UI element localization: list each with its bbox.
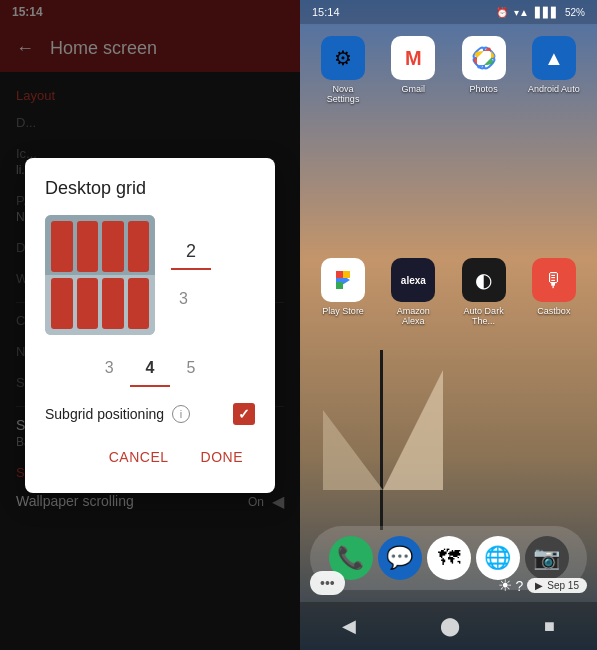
subgrid-label: Subgrid positioning [45, 406, 164, 422]
top-app-icons: ⚙ Nova Settings M Gmail Photos [300, 28, 597, 112]
subgrid-row: Subgrid positioning i [45, 403, 255, 425]
castbox-icon: 🎙 [532, 258, 576, 302]
subgrid-checkbox[interactable] [233, 403, 255, 425]
play-icon [321, 258, 365, 302]
dark-icon: ◐ [462, 258, 506, 302]
done-button[interactable]: DONE [189, 441, 255, 473]
sun-icon: ☀ [498, 576, 512, 595]
grid-cell-4 [128, 221, 150, 272]
dark-label: Auto Dark The... [456, 306, 512, 326]
svg-marker-3 [343, 271, 350, 278]
signal-icon: ▋▋▋ [535, 7, 559, 18]
grid-cell-7 [102, 278, 124, 329]
alexa-icon: alexa [391, 258, 435, 302]
settings-panel: 15:14 ← Home screen Layout D... Ic... li… [0, 0, 300, 650]
auto-label: Android Auto [528, 84, 580, 94]
sail2 [323, 410, 383, 490]
app-icon-photos[interactable]: Photos [456, 36, 512, 104]
app-icon-nova[interactable]: ⚙ Nova Settings [315, 36, 371, 104]
number-selectors: 2 3 [171, 237, 211, 312]
grid-cell-2 [77, 221, 99, 272]
col-inactive-value: 3 [171, 286, 211, 312]
photos-label: Photos [470, 84, 498, 94]
app-icon-play[interactable]: Play Store [315, 258, 371, 326]
gmail-icon: M [391, 36, 435, 80]
wifi-icon: ▾▲ [514, 7, 529, 18]
status-bar-right: 15:14 ⏰ ▾▲ ▋▋▋ 52% [300, 0, 597, 24]
nova-label: Nova Settings [315, 84, 371, 104]
dock-maps[interactable]: 🗺 [427, 536, 471, 580]
grid-bottom [45, 275, 155, 335]
play-label: Play Store [322, 306, 364, 316]
play-store-small-icon: ▶ [535, 580, 543, 591]
dialog-title: Desktop grid [45, 178, 255, 199]
dialog-body: 2 3 [45, 215, 255, 335]
dock-chrome[interactable]: 🌐 [476, 536, 520, 580]
alarm-icon: ⏰ [496, 7, 508, 18]
info-icon[interactable]: i [172, 405, 190, 423]
row-value: 2 [178, 237, 204, 266]
dock-camera[interactable]: 📷 [525, 536, 569, 580]
gmail-label: Gmail [402, 84, 426, 94]
app-icon-gmail[interactable]: M Gmail [385, 36, 441, 104]
nova-icon: ⚙ [321, 36, 365, 80]
grid-preview [45, 215, 155, 335]
column-selector: 3 4 5 [45, 351, 255, 387]
dialog-buttons: CANCEL DONE [45, 441, 255, 473]
svg-marker-4 [336, 282, 343, 289]
grid-cell-6 [77, 278, 99, 329]
photos-icon [462, 36, 506, 80]
app-icon-alexa[interactable]: alexa Amazon Alexa [385, 258, 441, 326]
back-nav-button[interactable]: ◀ [342, 615, 356, 637]
col-option-3[interactable]: 3 [89, 351, 130, 387]
row-line [171, 268, 211, 270]
app-icon-castbox[interactable]: 🎙 Castbox [526, 258, 582, 326]
grid-cell-1 [51, 221, 73, 272]
sail1 [383, 370, 443, 490]
battery-icon: 52% [565, 7, 585, 18]
subgrid-label-group: Subgrid positioning i [45, 405, 190, 423]
nav-bar: ◀ ⬤ ■ [300, 602, 597, 650]
col-option-5[interactable]: 5 [170, 351, 211, 387]
taskbar-right: ☀ ? ▶ Sep 15 [498, 576, 588, 595]
dialog-overlay: Desktop grid [0, 0, 300, 650]
grid-cell-3 [102, 221, 124, 272]
castbox-label: Castbox [537, 306, 570, 316]
status-icons-right: ⏰ ▾▲ ▋▋▋ 52% [496, 7, 585, 18]
grid-cell-5 [51, 278, 73, 329]
app-icon-dark[interactable]: ◐ Auto Dark The... [456, 258, 512, 326]
grid-top [45, 215, 155, 275]
dots-text: ••• [320, 575, 335, 591]
recents-nav-button[interactable]: ■ [544, 616, 555, 637]
desktop-grid-dialog: Desktop grid [25, 158, 275, 493]
dots-pill[interactable]: ••• [310, 571, 345, 595]
mid-app-icons: Play Store alexa Amazon Alexa ◐ Auto Dar… [300, 250, 597, 334]
row-selector[interactable]: 2 [171, 237, 211, 270]
grid-cell-8 [128, 278, 150, 329]
date-text: Sep 15 [547, 580, 579, 591]
col-option-4[interactable]: 4 [130, 351, 171, 387]
home-nav-button[interactable]: ⬤ [440, 615, 460, 637]
auto-icon: ▲ [532, 36, 576, 80]
svg-marker-2 [336, 271, 343, 278]
app-icon-auto[interactable]: ▲ Android Auto [526, 36, 582, 104]
date-badge: ▶ Sep 15 [527, 578, 587, 593]
cancel-button[interactable]: CANCEL [97, 441, 181, 473]
taskbar-bottom: ••• [310, 571, 345, 595]
home-screen-panel: 15:14 ⏰ ▾▲ ▋▋▋ 52% ⚙ Nova Settings M Gma… [300, 0, 597, 650]
alexa-label: Amazon Alexa [385, 306, 441, 326]
dock-messages[interactable]: 💬 [378, 536, 422, 580]
question-icon: ? [516, 578, 524, 594]
time-right: 15:14 [312, 6, 340, 18]
